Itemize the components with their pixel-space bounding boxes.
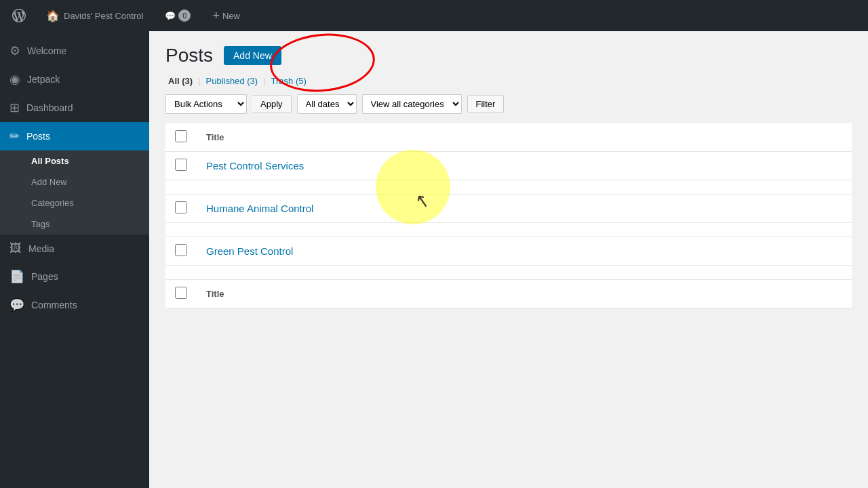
sidebar-sub-item-categories[interactable]: Categories [0, 192, 149, 214]
col-title-footer: Title [197, 280, 852, 308]
filter-published[interactable]: Published (3) [203, 76, 261, 86]
media-icon: 🖼 [9, 241, 22, 256]
dates-select[interactable]: All dates [297, 94, 357, 114]
row-checkbox-1[interactable] [175, 159, 187, 171]
home-icon: 🏠 [46, 9, 60, 22]
table-row [165, 266, 852, 280]
select-all-checkbox[interactable] [175, 130, 187, 142]
sidebar-item-dashboard[interactable]: ⊞ Dashboard [0, 94, 149, 122]
table-row: Green Pest Control [165, 237, 852, 266]
adminbar-home[interactable]: 🏠 Davids' Pest Control [41, 0, 149, 31]
comments-count: 0 [178, 9, 191, 22]
sidebar-item-pages[interactable]: 📄 Pages [0, 262, 149, 291]
pages-icon: 📄 [9, 269, 24, 284]
sidebar-sub-item-add-new[interactable]: Add New [0, 171, 149, 192]
select-all-checkbox-footer[interactable] [175, 287, 187, 299]
sidebar-item-comments[interactable]: 💬 Comments [0, 291, 149, 319]
comment-icon: 💬 [165, 11, 176, 21]
sidebar-item-label: Comments [31, 300, 77, 310]
adminbar-new[interactable]: + New [207, 0, 245, 31]
wp-logo[interactable] [8, 5, 30, 26]
adminbar-comments[interactable]: 💬 0 [159, 0, 196, 31]
adminbar-site-name: Davids' Pest Control [64, 11, 143, 21]
sidebar-item-label: Dashboard [26, 102, 73, 113]
filter-all[interactable]: All (3) [165, 76, 195, 86]
posts-header: Posts Add New [165, 45, 852, 66]
page-title: Posts [165, 45, 213, 66]
comments-icon: 💬 [9, 298, 24, 312]
row-checkbox-3[interactable] [175, 244, 187, 256]
content-area: ↖ Posts Add New All (3) | Published (3) … [149, 31, 868, 488]
jetpack-icon: ◉ [9, 72, 20, 87]
filter-bar: All (3) | Published (3) | Trash (5) [165, 76, 852, 86]
filter-button[interactable]: Filter [467, 95, 505, 113]
bulk-actions-dropdown[interactable]: Bulk Actions [165, 94, 247, 114]
plus-icon: + [212, 9, 220, 23]
sidebar-item-label: Welcome [27, 45, 66, 56]
table-row: Pest Control Services [165, 152, 852, 180]
col-title-header: Title [197, 123, 852, 152]
gear-icon: ⚙ [9, 43, 20, 58]
posts-submenu: All Posts Add New Categories Tags [0, 150, 149, 235]
add-new-button[interactable]: Add New [224, 46, 281, 65]
actions-row: Bulk Actions Apply All dates View all ca… [165, 94, 852, 114]
admin-bar: 🏠 Davids' Pest Control 💬 0 + New [0, 0, 868, 31]
categories-select[interactable]: View all categories [362, 94, 462, 114]
all-dates-dropdown[interactable]: All dates [297, 94, 357, 114]
posts-table: Title Pest Control Services Humane Anima [165, 123, 852, 308]
sidebar-item-label: Posts [26, 131, 50, 142]
sidebar-sub-item-tags[interactable]: Tags [0, 214, 149, 235]
row-checkbox-2[interactable] [175, 201, 187, 214]
sidebar: ⚙ Welcome ◉ Jetpack ⊞ Dashboard ✏ Posts … [0, 31, 149, 488]
post-title-link-1[interactable]: Pest Control Services [206, 160, 304, 171]
sidebar-item-media[interactable]: 🖼 Media [0, 235, 149, 262]
table-row [165, 180, 852, 195]
table-row-footer: Title [165, 280, 852, 308]
adminbar-new-label: New [222, 11, 240, 21]
sidebar-item-label: Pages [31, 271, 58, 282]
circle-annotation [268, 31, 378, 96]
table-row: Humane Animal Control [165, 195, 852, 223]
bulk-actions-select[interactable]: Bulk Actions [165, 94, 247, 114]
filter-trash[interactable]: Trash (5) [269, 76, 309, 86]
apply-button[interactable]: Apply [252, 95, 292, 113]
sidebar-item-posts[interactable]: ✏ Posts [0, 122, 149, 150]
dashboard-icon: ⊞ [9, 100, 20, 115]
view-all-categories-dropdown[interactable]: View all categories [362, 94, 462, 114]
posts-icon: ✏ [9, 129, 20, 144]
sidebar-sub-item-all-posts[interactable]: All Posts [0, 150, 149, 171]
sidebar-item-welcome[interactable]: ⚙ Welcome [0, 37, 149, 65]
sidebar-item-label: Jetpack [27, 74, 60, 85]
sidebar-item-label: Media [28, 243, 54, 254]
table-row [165, 223, 852, 237]
sidebar-item-jetpack[interactable]: ◉ Jetpack [0, 65, 149, 94]
post-title-link-3[interactable]: Green Pest Control [206, 245, 293, 257]
post-title-link-2[interactable]: Humane Animal Control [206, 203, 313, 214]
